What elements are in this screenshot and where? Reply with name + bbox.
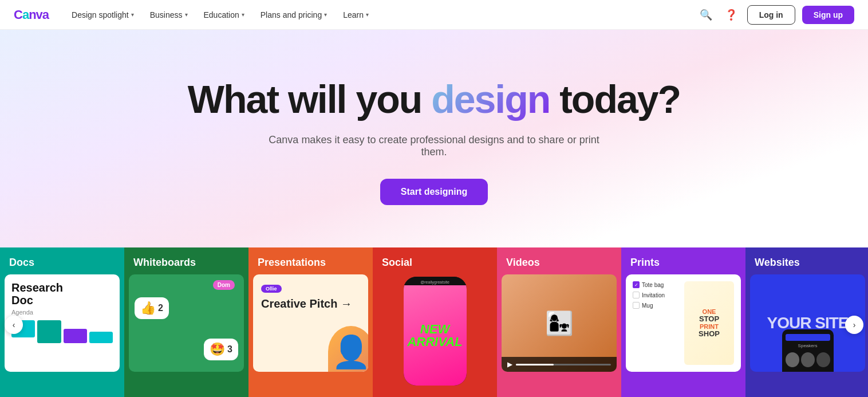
prints-checklist: ✓ Tote bag Invitation Mug: [633, 281, 678, 365]
prints-item-mug: Mug: [642, 302, 653, 309]
checkbox-tote: ✓: [633, 281, 640, 288]
wb-count-1: 2: [158, 303, 163, 313]
nav-link-education[interactable]: Education ▾: [197, 7, 251, 23]
hero-title-after: today?: [550, 77, 680, 121]
card-videos-label: Videos: [497, 247, 621, 274]
card-videos[interactable]: Videos 👩‍👧 ▶: [497, 247, 621, 397]
card-prints[interactable]: Prints ✓ Tote bag Invitation: [621, 247, 745, 397]
card-whiteboards-label: Whiteboards: [124, 247, 248, 274]
emoji-thumbs-up: 👍: [140, 301, 156, 316]
help-icon[interactable]: ❓: [722, 6, 740, 24]
nav-label-education: Education: [204, 10, 239, 19]
video-progress-fill: [516, 364, 554, 365]
chevron-down-icon: ▾: [185, 11, 188, 18]
prints-check-mug: Mug: [633, 302, 678, 309]
signup-button[interactable]: Sign up: [802, 6, 854, 24]
prints-tagline: ONE STOP PRINT SHOP: [684, 281, 734, 365]
nav-links: Design spotlight ▾ Business ▾ Education …: [65, 7, 697, 23]
nav-link-design-spotlight[interactable]: Design spotlight ▾: [65, 7, 141, 23]
login-button[interactable]: Log in: [747, 5, 795, 25]
one-stop-text: ONE: [699, 308, 720, 315]
nav-label-plans-pricing: Plans and pricing: [261, 10, 322, 19]
logo[interactable]: Canva: [14, 7, 49, 22]
site-speakers-label: Speakers: [786, 343, 830, 348]
card-websites-label: Websites: [745, 247, 868, 274]
card-whiteboards[interactable]: Whiteboards Dom 👍 2 🤩 3: [124, 247, 248, 397]
cards-row: Docs ResearchDoc Agenda Whiteboards: [0, 247, 868, 397]
card-videos-body: 👩‍👧 ▶: [497, 274, 621, 397]
nav-label-design-spotlight: Design spotlight: [72, 10, 129, 19]
pres-title: Creative Pitch →: [261, 297, 360, 310]
hero-section: What will you design today? Canva makes …: [0, 30, 868, 247]
video-progress-bar: [516, 364, 611, 365]
pres-person-image: 👤: [328, 326, 368, 372]
nav-link-learn[interactable]: Learn ▾: [336, 7, 376, 23]
emoji-bubble-1: 👍 2: [135, 297, 169, 319]
site-row-1: [786, 334, 830, 341]
prints-item-invitation: Invitation: [642, 292, 665, 298]
ollie-tag: Ollie: [261, 285, 282, 293]
stop-text: STOP: [699, 315, 720, 323]
card-social-label: Social: [373, 247, 497, 274]
card-docs-label: Docs: [0, 247, 124, 274]
wb-count-2: 3: [227, 344, 232, 355]
search-icon[interactable]: 🔍: [697, 6, 715, 24]
social-image: NEWARRIVAL: [404, 285, 467, 386]
card-whiteboards-body: Dom 👍 2 🤩 3: [124, 274, 248, 397]
card-prints-label: Prints: [621, 247, 745, 274]
card-prints-body: ✓ Tote bag Invitation Mug: [621, 274, 745, 397]
presentations-mockup: Ollie Creative Pitch → 👤: [253, 274, 368, 372]
start-designing-button[interactable]: Start designing: [380, 179, 488, 205]
social-phone-mockup: @reallygreatsite NEWARRIVAL: [404, 277, 467, 386]
hero-subtitle: Canva makes it easy to create profession…: [262, 134, 606, 158]
navbar: Canva Design spotlight ▾ Business ▾ Educ…: [0, 0, 868, 30]
nav-link-plans-pricing[interactable]: Plans and pricing ▾: [254, 7, 334, 23]
videos-mockup: 👩‍👧 ▶: [502, 274, 617, 372]
dom-tag: Dom: [213, 280, 235, 290]
card-social-body: @reallygreatsite NEWARRIVAL: [373, 274, 497, 397]
nav-link-business[interactable]: Business ▾: [143, 7, 195, 23]
hero-title: What will you design today?: [188, 78, 680, 121]
doc-bar: [11, 320, 113, 343]
chevron-down-icon: ▾: [324, 11, 327, 18]
nav-actions: 🔍 ❓ Log in Sign up: [697, 5, 854, 25]
emoji-star-eyes: 🤩: [210, 342, 225, 357]
nav-label-learn: Learn: [343, 10, 364, 19]
doc-subtitle: Agenda: [11, 309, 113, 316]
chevron-down-icon: ▾: [242, 11, 244, 18]
social-site-label: @reallygreatsite: [404, 277, 467, 285]
carousel-arrow-right[interactable]: ›: [845, 316, 863, 334]
card-social[interactable]: Social @reallygreatsite NEWARRIVAL: [373, 247, 497, 397]
whiteboards-mockup: Dom 👍 2 🤩 3: [129, 274, 244, 372]
hero-title-before: What will you: [188, 77, 431, 121]
checkbox-mug: [633, 302, 640, 309]
card-docs-body: ResearchDoc Agenda: [0, 274, 124, 397]
play-icon: ▶: [507, 360, 512, 368]
card-presentations[interactable]: Presentations Ollie Creative Pitch → 👤: [248, 247, 373, 397]
emoji-bubble-2: 🤩 3: [204, 339, 238, 360]
shop-text: SHOP: [699, 330, 720, 338]
hero-title-highlight: design: [431, 77, 550, 121]
chevron-down-icon: ▾: [131, 11, 134, 18]
chevron-down-icon: ▾: [366, 11, 369, 18]
prints-item-tote: Tote bag: [642, 282, 664, 288]
prints-check-tote: ✓ Tote bag: [633, 281, 678, 288]
cards-section: ‹ Docs ResearchDoc Agenda Whiteb: [0, 247, 868, 397]
carousel-arrow-left[interactable]: ‹: [5, 316, 23, 334]
prints-check-invitation: Invitation: [633, 292, 678, 298]
doc-title: ResearchDoc: [11, 281, 113, 306]
checkbox-invitation: [633, 292, 640, 298]
card-websites-body: YOUR SITE Speakers: [745, 274, 868, 397]
prints-mockup: ✓ Tote bag Invitation Mug: [626, 274, 741, 372]
site-device-mockup: Speakers: [782, 329, 834, 372]
card-presentations-body: Ollie Creative Pitch → 👤: [248, 274, 373, 397]
new-arrival-text: NEWARRIVAL: [407, 323, 462, 348]
video-play-bar: ▶: [502, 357, 617, 372]
card-presentations-label: Presentations: [248, 247, 373, 274]
nav-label-business: Business: [150, 10, 183, 19]
